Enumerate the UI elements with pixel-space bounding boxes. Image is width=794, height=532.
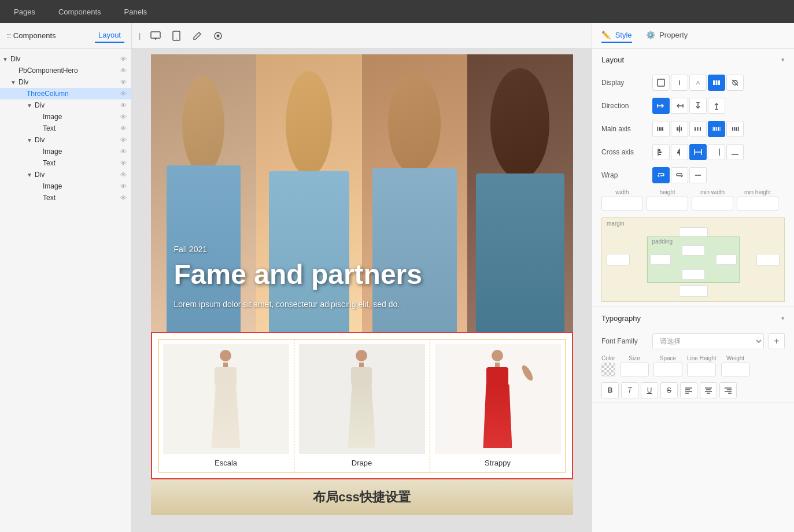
crossaxis-stretch-btn[interactable]	[689, 144, 707, 160]
mainaxis-center-btn[interactable]	[671, 121, 688, 137]
wrap-wrap-btn[interactable]	[652, 167, 670, 183]
product-card-strappy[interactable]: Strappy	[430, 339, 566, 472]
svg-rect-26	[677, 127, 678, 131]
tree-item-div4[interactable]: ▼ Div 👁	[0, 134, 131, 146]
tab-property[interactable]: ⚙️ Property	[646, 28, 688, 43]
crossaxis-end-btn[interactable]	[708, 144, 725, 160]
eye-icon[interactable]: 👁	[120, 90, 127, 97]
layout-section-header[interactable]: Layout ▾	[592, 49, 794, 71]
display-inline-btn[interactable]: I	[671, 75, 688, 91]
display-block-btn[interactable]	[652, 75, 670, 91]
eye-icon[interactable]: 👁	[120, 171, 127, 178]
padding-right-input[interactable]	[716, 254, 737, 265]
tree-item-text1[interactable]: Text 👁	[0, 123, 131, 134]
eye-icon[interactable]: 👁	[120, 79, 127, 86]
wrap-nowrap-btn[interactable]	[689, 167, 707, 183]
font-family-select[interactable]: 请选择	[652, 333, 764, 349]
space-input[interactable]	[653, 363, 682, 376]
direction-col-btn[interactable]	[689, 98, 707, 114]
eye-icon[interactable]: 👁	[120, 183, 127, 190]
right-panel: ✏️ Style ⚙️ Property Layout ▾ Display	[592, 23, 794, 532]
nav-pages[interactable]: Pages	[9, 5, 40, 19]
align-center-button[interactable]	[700, 382, 717, 398]
eye-icon[interactable]: 👁	[120, 194, 127, 201]
svg-rect-32	[714, 127, 715, 131]
typography-section-header[interactable]: Typography ▾	[592, 307, 794, 330]
tree-item-image1[interactable]: Image 👁	[0, 111, 131, 123]
tree-item-image2[interactable]: Image 👁	[0, 146, 131, 157]
eye-icon[interactable]: 👁	[120, 125, 127, 132]
min-height-input[interactable]	[737, 197, 778, 210]
preview-button[interactable]	[210, 28, 226, 44]
margin-left-input[interactable]	[607, 254, 630, 265]
tree-item-div1[interactable]: ▼ Div 👁	[0, 53, 131, 65]
display-inlineblock-btn[interactable]: A	[689, 75, 707, 91]
padding-section-label: padding	[652, 238, 673, 245]
tree-item-threecolumn[interactable]: ThreeColumn 👁	[0, 88, 131, 99]
display-hidden-btn[interactable]	[726, 75, 744, 91]
tree-item-image3[interactable]: Image 👁	[0, 180, 131, 192]
size-input[interactable]	[620, 363, 649, 376]
eye-icon[interactable]: 👁	[120, 148, 127, 155]
eye-icon[interactable]: 👁	[120, 102, 127, 109]
crossaxis-start-btn[interactable]	[652, 144, 670, 160]
desktop-view-button[interactable]	[147, 28, 164, 44]
eye-icon[interactable]: 👁	[120, 160, 127, 167]
eye-icon[interactable]: 👁	[120, 67, 127, 74]
nav-panels[interactable]: Panels	[120, 5, 152, 19]
lineheight-input[interactable]	[687, 363, 716, 376]
eye-icon[interactable]: 👁	[120, 56, 127, 62]
mainaxis-between-btn[interactable]	[689, 121, 707, 137]
product-card-escala[interactable]: Escala	[158, 339, 294, 472]
eye-icon[interactable]: 👁	[120, 113, 127, 120]
sidebar-tab-layout[interactable]: Layout	[95, 28, 124, 43]
font-add-button[interactable]: +	[769, 333, 785, 349]
hero-section[interactable]: Fall 2021 Fame and partners Lorem ipsum …	[151, 54, 573, 332]
weight-input[interactable]	[721, 363, 750, 376]
products-section[interactable]: Escala	[151, 332, 573, 479]
align-left-button[interactable]	[680, 382, 697, 398]
margin-bottom-input[interactable]	[679, 285, 708, 297]
component-tree: ▼ Div 👁 PbComponentHero 👁 ▼ Div 👁	[0, 49, 131, 532]
min-width-input[interactable]	[692, 197, 733, 210]
crossaxis-baseline-btn[interactable]	[726, 144, 744, 160]
svg-rect-27	[679, 127, 680, 131]
mainaxis-around-btn[interactable]	[708, 121, 725, 137]
svg-rect-24	[662, 127, 663, 131]
crossaxis-label: Cross axis	[601, 148, 648, 156]
wrap-wrap-reverse-btn[interactable]	[671, 167, 688, 183]
italic-button[interactable]: T	[621, 382, 638, 398]
tree-item-text2[interactable]: Text 👁	[0, 157, 131, 169]
color-swatch[interactable]	[601, 363, 615, 376]
bold-button[interactable]: B	[601, 382, 619, 398]
edit-button[interactable]	[189, 28, 205, 44]
canvas: Fall 2021 Fame and partners Lorem ipsum …	[132, 49, 592, 532]
strikethrough-button[interactable]: S	[660, 382, 678, 398]
tree-item-div2[interactable]: ▼ Div 👁	[0, 76, 131, 88]
mainaxis-end-btn[interactable]	[726, 121, 744, 137]
width-input[interactable]	[601, 197, 643, 210]
tablet-view-button[interactable]	[168, 28, 184, 44]
padding-left-input[interactable]	[650, 254, 671, 265]
margin-right-input[interactable]	[756, 254, 780, 265]
height-input[interactable]	[647, 197, 688, 210]
align-right-button[interactable]	[719, 382, 737, 398]
direction-row-btn[interactable]	[652, 98, 670, 114]
tree-item-text3[interactable]: Text 👁	[0, 192, 131, 204]
direction-row-reverse-btn[interactable]	[671, 98, 688, 114]
nav-components[interactable]: Components	[54, 5, 106, 19]
tree-item-pbhero[interactable]: PbComponentHero 👁	[0, 65, 131, 76]
padding-bottom-input[interactable]	[682, 269, 705, 280]
padding-top-input[interactable]	[682, 245, 705, 256]
canvas-toolbar: |	[132, 23, 592, 49]
product-card-drape[interactable]: Drape	[294, 339, 430, 472]
underline-button[interactable]: U	[641, 382, 658, 398]
tree-item-div3[interactable]: ▼ Div 👁	[0, 99, 131, 111]
tab-style[interactable]: ✏️ Style	[601, 28, 632, 43]
eye-icon[interactable]: 👁	[120, 136, 127, 143]
tree-item-div5[interactable]: ▼ Div 👁	[0, 169, 131, 180]
direction-col-reverse-btn[interactable]	[708, 98, 725, 114]
display-flex-btn[interactable]	[708, 75, 725, 91]
crossaxis-center-btn[interactable]	[671, 144, 688, 160]
mainaxis-start-btn[interactable]	[652, 121, 670, 137]
